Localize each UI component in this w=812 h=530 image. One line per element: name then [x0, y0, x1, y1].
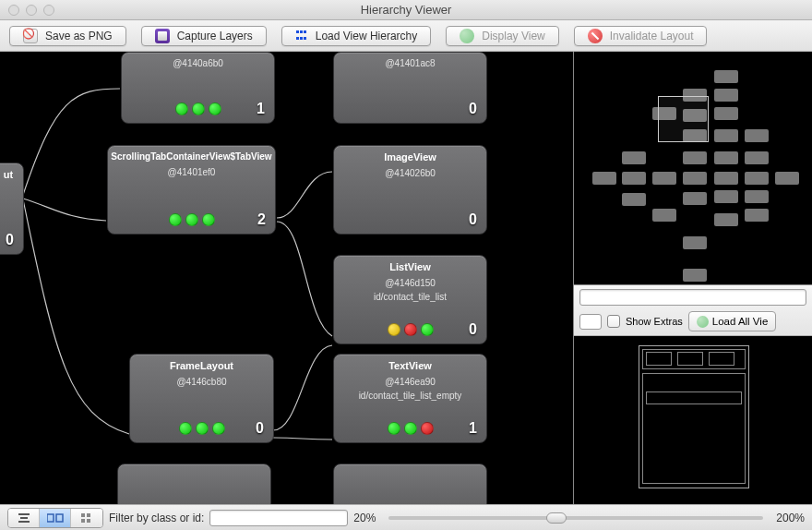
status-bar: Filter by class or id: 20% 200% [0, 504, 812, 530]
node-title: ScrollingTabContainerView$TabView [108, 146, 275, 162]
filter-input[interactable] [209, 510, 348, 526]
node-addr: @41401ac8 [334, 58, 486, 68]
node-addr: @4146ea90 [334, 377, 486, 387]
load-hierarchy-label: Load View Hierarchy [316, 30, 418, 42]
align-center-icon [18, 512, 30, 524]
capture-layers-label: Capture Layers [177, 30, 253, 42]
show-extras-checkbox[interactable] [607, 315, 620, 328]
hierarchy-canvas[interactable]: ut 0 @4140a6b0 1 @41401ac8 0 ScrollingTa… [0, 52, 573, 504]
display-view-button[interactable]: Display View [446, 26, 558, 46]
node-partial-left[interactable]: ut 0 [0, 163, 24, 255]
node-image-view[interactable]: ImageView @414026b0 0 [333, 145, 487, 235]
invalidate-layout-button[interactable]: Invalidate Layout [574, 26, 708, 46]
invalidate-layout-label: Invalidate Layout [610, 30, 694, 42]
zoom-max-label: 200% [776, 512, 805, 524]
svg-rect-2 [18, 521, 30, 523]
display-view-label: Display View [482, 30, 544, 42]
node-list-view[interactable]: ListView @4146d150 id/contact_tile_list … [333, 255, 487, 344]
node-dots [108, 213, 275, 226]
invalidate-icon [588, 29, 603, 43]
node-partial-bottom-1[interactable] [117, 464, 271, 504]
overview-viewport[interactable] [658, 96, 709, 142]
globe-icon [697, 316, 709, 328]
load-all-views-label: Load All Vie [712, 316, 769, 327]
load-view-hierarchy-button[interactable]: Load View Hierarchy [281, 26, 432, 46]
node-count: 1 [257, 101, 265, 117]
node-title: FrameLayout [130, 355, 273, 371]
view-mode-2-button[interactable] [40, 509, 71, 527]
svg-rect-8 [87, 519, 90, 523]
node-dots [130, 422, 273, 435]
node-id: id/contact_tile_list_empty [334, 391, 486, 401]
right-panel: Show Extras Load All Vie [573, 52, 812, 504]
view-mode-1-button[interactable] [8, 509, 40, 527]
node-count: 1 [469, 420, 477, 437]
show-extras-label: Show Extras [626, 316, 683, 327]
svg-rect-4 [56, 514, 63, 522]
overview-map[interactable] [574, 52, 812, 285]
node-count: 0 [469, 101, 477, 117]
node-dots [334, 323, 486, 336]
zoom-slider[interactable] [388, 516, 763, 520]
load-all-views-button[interactable]: Load All Vie [688, 311, 777, 331]
svg-rect-0 [18, 513, 30, 515]
node-title: TextView [334, 355, 486, 371]
node-id: id/contact_tile_list [334, 292, 486, 302]
filter-label: Filter by class or id: [109, 512, 204, 524]
node-dots [122, 102, 274, 115]
zoom-icon[interactable] [43, 5, 54, 16]
color-swatch[interactable] [579, 314, 602, 330]
svg-rect-3 [47, 514, 54, 522]
node-dots [334, 422, 486, 435]
svg-rect-7 [81, 519, 85, 523]
node-4140a6b0[interactable]: @4140a6b0 1 [121, 52, 275, 124]
view-mode-segment [7, 508, 103, 528]
split-icon [47, 512, 64, 524]
node-addr: @4146d150 [334, 278, 486, 288]
node-addr: @41401ef0 [108, 167, 275, 177]
window-controls [0, 5, 54, 16]
node-count: 2 [257, 211, 266, 228]
node-title: ut [0, 163, 23, 180]
capture-layers-button[interactable]: Capture Layers [141, 26, 267, 46]
hierarchy-icon [295, 30, 308, 42]
node-scrolling-tab-view[interactable]: ScrollingTabContainerView$TabView @41401… [107, 145, 276, 235]
node-count: 0 [469, 321, 477, 338]
node-title: ImageView [334, 146, 486, 163]
toolbar: Save as PNG Capture Layers Load View Hie… [0, 20, 812, 52]
grid-icon [80, 512, 93, 524]
node-count: 0 [469, 211, 477, 228]
node-count: 0 [256, 420, 264, 437]
node-frame-layout[interactable]: FrameLayout @4146cb80 0 [129, 354, 274, 443]
filter-input-side[interactable] [579, 289, 806, 306]
close-icon[interactable] [8, 5, 19, 16]
minimize-icon[interactable] [26, 5, 37, 16]
zoom-min-label: 20% [353, 512, 376, 524]
side-controls: Show Extras Load All Vie [574, 285, 812, 336]
node-title: ListView [334, 256, 486, 272]
zoom-slider-thumb[interactable] [546, 512, 567, 524]
layout-preview[interactable] [574, 336, 812, 504]
layers-icon [155, 29, 170, 43]
svg-rect-6 [87, 513, 90, 517]
save-as-png-label: Save as PNG [45, 30, 113, 42]
svg-rect-1 [20, 517, 28, 519]
save-as-png-button[interactable]: Save as PNG [9, 26, 126, 46]
svg-rect-5 [81, 513, 85, 517]
window-title: Hierarchy Viewer [361, 3, 452, 17]
node-text-view[interactable]: TextView @4146ea90 id/contact_tile_list_… [333, 354, 487, 443]
view-mode-3-button[interactable] [71, 509, 102, 527]
node-partial-bottom-2[interactable] [333, 464, 487, 504]
globe-icon [460, 29, 474, 43]
titlebar: Hierarchy Viewer [0, 0, 812, 20]
node-addr: @4140a6b0 [122, 58, 274, 68]
node-count: 0 [6, 232, 14, 248]
node-addr: @414026b0 [334, 168, 486, 178]
save-disabled-icon [23, 29, 38, 43]
node-addr: @4146cb80 [130, 377, 273, 387]
node-41401ac8[interactable]: @41401ac8 0 [333, 52, 487, 124]
main-area: ut 0 @4140a6b0 1 @41401ac8 0 ScrollingTa… [0, 52, 812, 504]
